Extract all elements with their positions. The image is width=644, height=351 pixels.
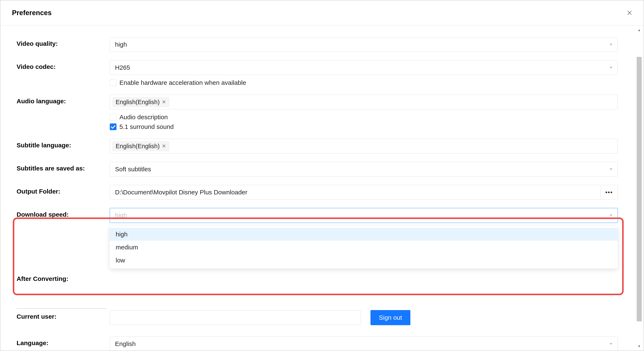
window-title: Preferences xyxy=(12,9,52,17)
option-low[interactable]: low xyxy=(110,254,618,267)
tagbox-audio-language[interactable]: English(English) ✕ xyxy=(110,95,618,109)
label-audio-language: Audio language: xyxy=(16,98,66,104)
value-video-codec: H265 xyxy=(115,64,130,71)
row-after-converting: After Converting: xyxy=(16,272,110,282)
tag-remove-icon[interactable]: ✕ xyxy=(162,143,166,149)
ellipsis-icon: ••• xyxy=(606,189,613,196)
placeholder-download-speed: high xyxy=(115,212,127,219)
select-download-speed[interactable]: high xyxy=(110,208,618,223)
input-output-folder[interactable]: D:\Document\Movpilot Disney Plus Downloa… xyxy=(110,185,600,200)
value-subtitles-saved-as: Soft subtitles xyxy=(115,166,151,173)
row-hw-accel: Enable hardware acceleration when availa… xyxy=(110,79,618,86)
value-output-folder: D:\Document\Movpilot Disney Plus Downloa… xyxy=(115,189,247,196)
tagbox-subtitle-language[interactable]: English(English) ✕ xyxy=(110,139,618,154)
sign-out-button[interactable]: Sign out xyxy=(370,310,410,325)
dropdown-download-speed: high medium low xyxy=(110,226,618,268)
tag-subtitle-english[interactable]: English(English) ✕ xyxy=(112,141,169,151)
scrollbar[interactable]: ▲ ▼ xyxy=(636,26,642,351)
label-current-user: Current user: xyxy=(16,313,56,320)
content: Video quality: high Video codec: H265 xyxy=(0,26,636,351)
checkbox-hw-accel[interactable] xyxy=(110,79,116,86)
label-download-speed: Download speed: xyxy=(16,211,69,218)
tag-audio-english[interactable]: English(English) ✕ xyxy=(112,97,169,107)
row-audio-desc: Audio description xyxy=(110,114,618,121)
chevron-down-icon xyxy=(610,214,612,216)
row-download-speed: Download speed: high high medium low xyxy=(16,208,630,268)
label-surround: 5.1 surround sound xyxy=(120,123,174,130)
label-video-codec: Video codec: xyxy=(16,63,56,70)
select-subtitles-saved-as[interactable]: Soft subtitles xyxy=(110,162,618,176)
scroll-up-icon[interactable]: ▲ xyxy=(636,28,642,32)
row-surround: 5.1 surround sound xyxy=(110,123,618,130)
content-wrap: Video quality: high Video codec: H265 xyxy=(0,26,644,351)
titlebar: Preferences xyxy=(0,0,644,26)
label-subtitle-language: Subtitle language: xyxy=(16,142,71,149)
output-folder-group: D:\Document\Movpilot Disney Plus Downloa… xyxy=(110,185,618,200)
row-current-user: Current user: Sign out xyxy=(16,310,622,325)
option-medium[interactable]: medium xyxy=(110,241,618,254)
row-output-folder: Output Folder: D:\Document\Movpilot Disn… xyxy=(16,185,630,200)
tag-label: English(English) xyxy=(116,99,160,106)
select-video-quality[interactable]: high xyxy=(110,37,618,52)
checkbox-audio-description[interactable] xyxy=(110,114,116,120)
label-audio-description: Audio description xyxy=(120,114,168,121)
current-user-group: Sign out xyxy=(110,310,618,325)
label-subtitles-saved-as: Subtitles are saved as: xyxy=(16,165,85,172)
select-video-codec[interactable]: H265 xyxy=(110,60,618,75)
row-language: Language: English xyxy=(16,336,622,351)
scroll-thumb[interactable] xyxy=(637,57,642,322)
chevron-down-icon xyxy=(610,44,612,46)
preferences-window: Preferences Video quality: high Video co… xyxy=(0,0,644,351)
field-download-speed: high high medium low xyxy=(110,208,618,268)
value-video-quality: high xyxy=(115,41,127,48)
select-language[interactable]: English xyxy=(110,336,618,351)
row-video-quality: Video quality: high xyxy=(16,37,630,52)
chevron-down-icon xyxy=(610,67,612,69)
option-high[interactable]: high xyxy=(110,228,618,241)
label-video-quality: Video quality: xyxy=(16,40,58,47)
label-language: Language: xyxy=(16,340,48,346)
browse-button[interactable]: ••• xyxy=(600,185,618,200)
row-video-codec: Video codec: H265 Enable hardware accele… xyxy=(16,60,630,86)
chevron-down-icon xyxy=(610,343,612,345)
checkbox-surround[interactable] xyxy=(110,124,116,130)
chevron-down-icon xyxy=(610,168,612,170)
label-hw-accel: Enable hardware acceleration when availa… xyxy=(120,79,246,86)
input-current-user[interactable] xyxy=(110,310,361,325)
row-subtitle-language: Subtitle language: English(English) ✕ xyxy=(16,139,630,154)
label-output-folder: Output Folder: xyxy=(16,188,60,195)
label-after-converting: After Converting: xyxy=(16,275,68,282)
tag-label: English(English) xyxy=(116,143,160,150)
close-button[interactable] xyxy=(627,9,632,16)
scroll-down-icon[interactable]: ▼ xyxy=(636,344,642,349)
row-subtitles-saved-as: Subtitles are saved as: Soft subtitles xyxy=(16,162,630,176)
row-audio-language: Audio language: English(English) ✕ Audio… xyxy=(16,95,630,130)
value-language: English xyxy=(115,340,136,348)
close-icon xyxy=(627,10,632,15)
tag-remove-icon[interactable]: ✕ xyxy=(162,99,166,105)
